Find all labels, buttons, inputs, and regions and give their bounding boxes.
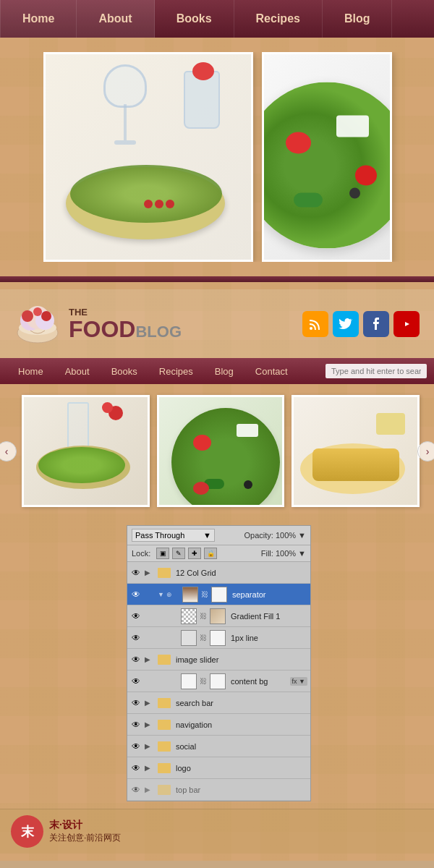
watermark: 末 末·设计 关注创意·前沿网页 <box>0 809 434 854</box>
fill-control: Fill: 100% ▼ <box>261 549 306 558</box>
layer-row[interactable]: 👁 ▶ top bar <box>127 779 310 801</box>
layer-expand-arrow[interactable]: ▶ <box>145 699 155 707</box>
layer-visibility-eye[interactable]: 👁 <box>130 784 142 796</box>
red-berries-icon <box>144 200 174 208</box>
layer-row[interactable]: 👁 ▼ ⊕ ⛓ separator <box>127 584 310 605</box>
layer-visibility-eye[interactable]: 👁 <box>130 676 142 687</box>
layer-row[interactable]: 👁 ▶ 12 Col Grid <box>127 562 310 584</box>
layer-visibility-eye[interactable]: 👁 <box>130 654 142 665</box>
nav-recipes[interactable]: Recipes <box>234 0 323 38</box>
youtube-icon[interactable] <box>393 311 420 337</box>
layer-visibility-eye[interactable]: 👁 <box>130 719 142 731</box>
blog-nav-blog[interactable]: Blog <box>204 358 244 384</box>
layer-expand-arrow[interactable]: ▶ <box>145 655 155 663</box>
layer-row[interactable]: 👁 ⛓ Gradient Fill 1 <box>127 605 310 627</box>
layer-row[interactable]: 👁 ▶ social <box>127 736 310 757</box>
slide-1 <box>43 52 253 262</box>
nav-about[interactable]: About <box>77 0 154 38</box>
blog-nav-books[interactable]: Books <box>101 358 148 384</box>
svg-point-6 <box>33 307 42 316</box>
top-nav: Home About Books Recipes Blog <box>0 0 434 38</box>
rss-icon[interactable] <box>302 311 328 337</box>
blend-mode-dropdown[interactable]: Pass Through ▼ <box>132 529 215 542</box>
blog-logo: THE FOODBLOG <box>14 300 182 347</box>
blog-image-slider: ‹ <box>0 384 434 518</box>
layer-visibility-eye[interactable]: 👁 <box>130 697 142 709</box>
logo-text: THE FOODBLOG <box>69 307 182 341</box>
layer-chain-icon: ⛓ <box>200 634 207 642</box>
layer-row[interactable]: 👁 ⛓ 1px line <box>127 627 310 649</box>
layer-folder-icon <box>158 698 171 708</box>
facebook-icon[interactable] <box>363 311 389 337</box>
layer-expand-arrow[interactable]: ▶ <box>145 786 155 793</box>
layer-folder-icon <box>158 568 171 578</box>
watermark-tagline: 关注创意·前沿网页 <box>49 832 121 844</box>
blog-slider-next[interactable]: › <box>417 441 434 461</box>
layer-row[interactable]: 👁 ▶ search bar <box>127 692 310 714</box>
layer-row[interactable]: 👁 ▶ navigation <box>127 714 310 736</box>
layer-chain-icon: ⛓ <box>201 590 208 598</box>
layer-chain-icon: ⛓ <box>200 677 207 685</box>
layer-visibility-eye[interactable]: 👁 <box>130 589 142 600</box>
fill-arrow[interactable]: ▼ <box>298 549 306 558</box>
opacity-control: Opacity: 100% ▼ <box>244 531 306 540</box>
nav-books[interactable]: Books <box>155 0 234 38</box>
blend-mode-label: Pass Through <box>135 531 184 540</box>
layer-mask-thumbnail <box>211 587 227 603</box>
watermark-logo: 末 <box>11 815 43 848</box>
blend-mode-arrow: ▼ <box>203 531 211 540</box>
blog-slider-prev[interactable]: ‹ <box>0 441 17 461</box>
layer-expand-arrow[interactable]: ▶ <box>145 764 155 772</box>
blog-nav-recipes[interactable]: Recipes <box>148 358 204 384</box>
layer-thumbnail <box>182 587 198 603</box>
lock-all-btn[interactable]: 🔒 <box>204 548 217 559</box>
layer-row[interactable]: 👁 ▶ image slider <box>127 649 310 671</box>
layer-visibility-eye[interactable]: 👁 <box>130 741 142 752</box>
layer-top-bar: Pass Through ▼ Opacity: 100% ▼ <box>127 526 310 545</box>
lock-position-btn[interactable]: ✚ <box>188 548 201 559</box>
layer-thumbnail <box>181 608 197 624</box>
salad-greens-icon <box>70 165 222 223</box>
social-icons <box>302 311 420 337</box>
layer-row[interactable]: 👁 ⛓ content bg fx ▼ <box>127 671 310 692</box>
layer-name: top bar <box>176 786 200 794</box>
nav-home[interactable]: Home <box>0 0 77 38</box>
layer-name: 12 Col Grid <box>176 569 216 577</box>
blog-search-input[interactable] <box>326 364 427 378</box>
svg-point-7 <box>41 311 51 321</box>
layer-folder-icon <box>158 741 171 752</box>
layer-visibility-eye[interactable]: 👁 <box>130 632 142 644</box>
layer-expand-arrow[interactable]: ▶ <box>145 569 155 576</box>
blog-nav: Home About Books Recipes Blog Contact <box>0 358 434 384</box>
nav-blog[interactable]: Blog <box>323 0 393 38</box>
layer-name: separator <box>232 590 265 599</box>
layer-thumbnail <box>181 673 197 689</box>
lock-transparency-btn[interactable]: ▣ <box>156 548 169 559</box>
layer-chain-icon: ⛓ <box>200 612 207 620</box>
layer-name: Gradient Fill 1 <box>231 612 280 621</box>
blog-nav-contact[interactable]: Contact <box>244 358 299 384</box>
wine-glass-icon <box>103 64 147 166</box>
layer-expand-arrow[interactable]: ▶ <box>145 720 155 728</box>
layer-visibility-eye[interactable]: 👁 <box>130 610 142 622</box>
opacity-arrow[interactable]: ▼ <box>298 531 306 540</box>
layer-folder-icon <box>158 785 171 795</box>
layer-lock-controls: Lock: ▣ ✎ ✚ 🔒 Fill: 100% ▼ <box>127 545 310 562</box>
blog-nav-home[interactable]: Home <box>7 358 54 384</box>
layer-visibility-eye[interactable]: 👁 <box>130 567 142 579</box>
blog-nav-about[interactable]: About <box>54 358 101 384</box>
layer-fx-badge: fx ▼ <box>290 677 307 686</box>
lock-image-btn[interactable]: ✎ <box>172 548 185 559</box>
layer-visibility-eye[interactable]: 👁 <box>130 762 142 774</box>
svg-point-5 <box>22 310 33 322</box>
layer-row[interactable]: 👁 ▶ logo <box>127 757 310 779</box>
blog-image-2 <box>157 395 285 507</box>
blog-image-3 <box>292 395 420 507</box>
layer-name: search bar <box>176 699 213 707</box>
layer-expand-arrow[interactable]: ▶ <box>145 742 155 750</box>
logo-icon <box>14 300 61 347</box>
layer-thumbnail <box>181 630 197 646</box>
twitter-icon[interactable] <box>333 311 359 337</box>
image-slider: « <box>43 52 427 262</box>
layer-folder-icon <box>158 655 171 665</box>
